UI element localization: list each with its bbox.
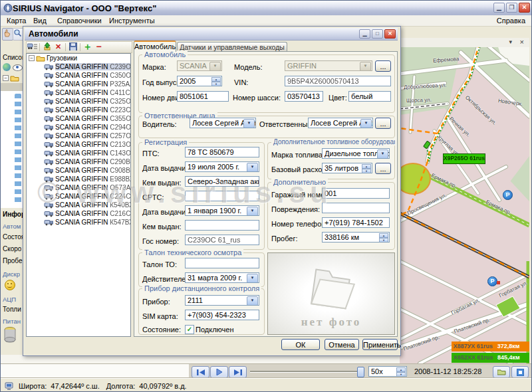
menu-map[interactable]: Карта	[3, 16, 29, 25]
connected-checkbox[interactable]: ✓	[185, 325, 194, 334]
report-button[interactable]	[493, 366, 510, 378]
skip-end-button[interactable]	[229, 366, 247, 378]
engine-field[interactable]: 8051061	[177, 91, 229, 102]
fuel-type-combo[interactable]: Дизельное топливо▼	[322, 148, 390, 159]
model-more-button[interactable]: ...	[375, 60, 391, 72]
parking-marker-icon[interactable]: P	[503, 190, 513, 200]
vin-field[interactable]: 9B5P4X26000570413	[285, 76, 391, 86]
menu-directories[interactable]: Справочники	[54, 16, 105, 25]
skip-start-button[interactable]	[192, 366, 209, 378]
damage-field[interactable]	[322, 203, 390, 213]
tree-item-vehicle[interactable]: SCANIA GRIFFIN С350ОЕ 61rus	[27, 71, 130, 80]
phone-field[interactable]: +7(919) 784-1502	[322, 217, 390, 228]
track-label-green[interactable]: Х652ХХ 61rus 845,4км	[452, 353, 529, 363]
spinner-icons[interactable]: ▲▼	[211, 77, 221, 85]
expand-icon[interactable]: −	[3, 75, 9, 81]
dialog-minimize-button[interactable]: ▁	[359, 29, 370, 39]
tree-item-vehicle[interactable]: SCANIA GRIFFIN С239ОС 61rus	[27, 62, 130, 71]
tree-item-vehicle[interactable]: SCANIA GRIFFIN Е988ВХ 161rus	[27, 175, 130, 183]
responsible-combo[interactable]: Лосев Сергей Анатоль▼	[308, 118, 373, 128]
tree-item-vehicle[interactable]: SCANIA GRIFFIN С355ОС 61rus	[27, 114, 130, 123]
tree-item-vehicle[interactable]: SCANIA GRIFFIN С908ВВ 61rus	[27, 166, 130, 175]
pts-field[interactable]: 78 ТС 850679	[185, 147, 259, 157]
delete-vehicle-icon[interactable]: ✕	[53, 43, 63, 52]
timeline-slider-thumb[interactable]	[357, 367, 364, 377]
dialog-maximize-button[interactable]: □	[372, 29, 383, 39]
tree-item-vehicle[interactable]: SCANIA GRIFFIN Р325АА 61rus	[27, 80, 130, 88]
tab-sensors[interactable]: Датчики и управляемые выходы	[177, 42, 287, 52]
timeline-slider-track[interactable]	[250, 371, 363, 373]
plate-field[interactable]: С239ОС 61_rus	[185, 235, 259, 245]
vehicle-tree[interactable]: − Грузовики SCANIA GRIFFIN С239ОС 61rus	[26, 53, 131, 337]
close-button[interactable]: ✕	[519, 3, 530, 13]
dropdown-icon[interactable]: ▼	[247, 296, 258, 306]
tree-item-vehicle[interactable]: SCANIA GRIFFIN К547ВХ 161rus	[27, 218, 130, 227]
remove-group-icon[interactable]: −	[94, 43, 104, 52]
vehicle-list-icon[interactable]	[27, 43, 37, 52]
tree-item-vehicle[interactable]: SCANIA GRIFFIN С290ВВ 61rus	[27, 157, 130, 166]
tab-vehicle[interactable]: Автомобиль	[134, 41, 176, 52]
map-close-icon[interactable]: ×	[520, 38, 524, 46]
map-menu-chevron-icon[interactable]: ▾	[509, 39, 512, 45]
tree-item-vehicle[interactable]: SCANIA GRIFFIN С257ОС 61rus	[27, 132, 130, 140]
mileage-spinner[interactable]: 338166 км▲▼	[322, 232, 390, 243]
cancel-button[interactable]: Отмена	[325, 339, 359, 350]
dropdown-icon[interactable]: ▼	[377, 149, 388, 159]
save-icon[interactable]	[68, 43, 78, 52]
restore-button[interactable]: ❐	[506, 3, 517, 13]
add-group-icon[interactable]: ＋	[82, 43, 92, 52]
year-spinner[interactable]: 2005▲▼	[177, 76, 222, 86]
driver-combo[interactable]: Лосев Сергей Анатоль▼	[190, 118, 256, 128]
tree-item-vehicle[interactable]: SCANIA GRIFFIN К540ВХ 161rus	[27, 201, 130, 209]
add-vehicle-icon[interactable]	[42, 43, 52, 52]
dropdown-icon[interactable]: ▼	[247, 207, 258, 216]
menu-help[interactable]: Справка	[493, 16, 529, 25]
tree-item-vehicle[interactable]: SCANIA GRIFFIN О573АУ 61rus	[27, 183, 130, 192]
menu-view[interactable]: Вид	[30, 16, 50, 25]
tree-item-vehicle[interactable]: SCANIA GRIFFIN С213ОС 61rus	[27, 140, 130, 149]
base-rate-spinner[interactable]: 35 литров▲▼	[322, 163, 372, 173]
menu-tools[interactable]: Инструменты	[106, 16, 158, 25]
tree-item-vehicle[interactable]: SCANIA GRIFFIN С223СС 61rus	[27, 106, 130, 114]
dropdown-icon[interactable]: ▼	[360, 119, 372, 128]
minimize-button[interactable]: ▁	[493, 3, 505, 13]
expand-icon[interactable]: −	[29, 55, 35, 61]
spinner-icons[interactable]: ▲▼	[379, 233, 388, 241]
main-tree-root[interactable]: −	[1, 74, 23, 82]
garage-field[interactable]: 001	[322, 188, 390, 199]
tree-item-vehicle[interactable]: SCANIA GRIFFIN С294ОС 61rus	[27, 123, 130, 132]
spinner-icons[interactable]: ▲▼	[396, 367, 406, 375]
fuel-more-button[interactable]: ...	[375, 163, 391, 174]
device-combo[interactable]: 2111▼	[185, 295, 259, 306]
vehicle-map-label[interactable]: Х9Р265О 61rus	[443, 153, 485, 164]
issued-by2-field[interactable]	[185, 220, 259, 231]
dropdown-icon[interactable]: ▼	[243, 119, 255, 128]
spinner-icons[interactable]: ▲▼	[362, 164, 371, 172]
speed-spinner[interactable]: 50x ▲▼	[368, 366, 407, 377]
map-view[interactable]: Ефремова Добролюбова ул. Щорса ул. Октяб…	[400, 47, 529, 363]
globe-icon[interactable]	[3, 63, 11, 71]
track-label-orange[interactable]: Х887УХ 61rus 372,8км	[452, 342, 529, 351]
dropdown-icon[interactable]: ▼	[247, 274, 258, 283]
issued-by-field[interactable]: Северо-Западная акцизная т	[185, 176, 259, 187]
main-title-bar[interactable]: SIRIUS Navigator - ООО "Вертекс" ▁ ❐ ✕	[1, 1, 532, 16]
model-combo[interactable]: GRIFFIN▼	[285, 60, 372, 71]
issue-date2-picker[interactable]: 1 января 1900 г.▼	[185, 205, 259, 216]
tree-item-vehicle[interactable]: SCANIA GRIFFIN С143ОХ 161rus	[27, 149, 130, 157]
tree-item-vehicle[interactable]: SCANIA GRIFFIN С325ОС 61rus	[27, 97, 130, 106]
tree-item-vehicle[interactable]: SCANIA GRIFFIN С224СС 61rus	[27, 192, 130, 201]
brand-combo[interactable]: SCANIA▼	[177, 60, 222, 71]
persons-more-button[interactable]: ...	[375, 118, 391, 129]
parking-marker-icon[interactable]: P	[487, 276, 497, 286]
ok-button[interactable]: ОК	[281, 339, 320, 350]
eye-icon[interactable]	[13, 64, 23, 71]
chassis-field[interactable]: 03570413	[285, 91, 323, 102]
dialog-close-button[interactable]: ✕	[384, 29, 396, 39]
tree-item-vehicle[interactable]: SCANIA GRIFFIN С216СС 61rus	[27, 209, 130, 218]
dropdown-icon[interactable]: ▼	[247, 163, 258, 172]
color-field[interactable]: белый	[348, 91, 391, 102]
tree-root-row[interactable]: − Грузовики	[27, 54, 130, 62]
sim-field[interactable]: +7(903) 454-2323	[185, 310, 259, 320]
play-button[interactable]	[210, 366, 228, 378]
apply-button[interactable]: Применить	[362, 339, 398, 350]
